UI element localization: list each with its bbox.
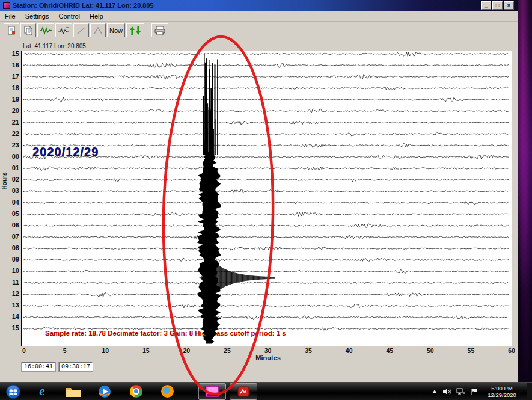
hour-row-label: 10 [4,267,19,274]
network-icon[interactable] [456,388,465,395]
hour-row-label: 03 [4,187,19,194]
internet-explorer-icon: e [39,384,44,399]
taskbar-item-chrome[interactable] [122,383,150,400]
taskbar-item-media-player[interactable] [91,383,118,400]
hour-row-label: 15 [4,324,19,331]
print-button[interactable] [151,23,168,37]
peak-icon [93,26,103,35]
close-button[interactable]: × [504,1,514,10]
taskbar-item-alarm-app[interactable] [230,383,257,400]
minute-tick-label: 30 [261,347,275,354]
minute-tick-label: 50 [423,347,438,354]
green-arrows-icon [129,26,142,35]
windows-start-icon [5,384,21,399]
minute-tick-label: 40 [342,347,356,354]
hour-row-label: 17 [4,73,19,80]
now-button[interactable]: Now [107,23,125,37]
line-tool-button[interactable] [73,23,89,37]
window-duration-box[interactable] [59,362,93,371]
alarm-app-icon [237,386,250,398]
seismogram-plot[interactable]: 2020/12/29 Sample rate: 18.78 Decimate f… [21,51,512,346]
scale-adjust-button[interactable] [55,23,72,37]
hour-row-label: 01 [4,164,19,171]
toolbar: Now [0,22,518,38]
hour-row-label: 08 [4,244,19,251]
minute-tick-label: 15 [139,347,153,354]
taskbar-item-seismograph-app[interactable] [198,383,226,400]
screen: Station: Ohrid/OHRID Lat: 41.117 Lon: 20… [0,0,532,400]
minute-tick-label: 35 [301,347,316,354]
printer-icon [154,26,166,35]
seismogram-traces [22,51,512,346]
window-title: Station: Ohrid/OHRID Lat: 41.117 Lon: 20… [13,2,154,9]
chrome-icon [130,385,142,398]
menu-settings[interactable]: Settings [20,12,54,20]
show-desktop-button[interactable] [527,383,532,400]
minute-tick-label: 20 [179,347,194,354]
action-center-flag-icon[interactable] [470,388,477,395]
diagonal-line-icon [76,26,86,35]
hour-row-label: 20 [4,107,19,114]
media-player-icon [98,385,111,398]
hour-row-label: 12 [4,290,19,297]
hour-row-label: 22 [4,130,19,137]
hour-row-label: 18 [4,84,19,91]
waveform-button[interactable] [37,23,54,37]
hour-row-label: 04 [4,198,19,206]
minute-tick-label: 25 [220,347,234,354]
taskbar-clock[interactable]: 5:00 PM 12/29/2020 [482,385,522,398]
event-log-button[interactable] [4,23,19,37]
pages-icon [23,26,33,35]
minutes-axis-label: Minutes [252,354,284,362]
minute-tick-label: 45 [382,347,397,354]
helicorder-panel: Lat: 41.117 Lon: 20.805 Hours 1516171819… [0,38,518,382]
taskbar: e [0,382,532,400]
seismograph-app-icon [205,386,219,398]
hour-row-label: 23 [4,141,19,149]
window-controls: _ □ × [481,1,514,10]
minute-tick-label: 10 [98,347,112,354]
taskbar-item-file-explorer[interactable] [60,383,87,400]
hour-row-label: 19 [4,96,19,103]
taskbar-item-internet-explorer[interactable]: e [28,383,56,400]
hour-row-label: 07 [4,233,19,240]
hour-row-label: 05 [4,210,19,217]
minute-tick-label: 5 [58,347,72,354]
window-start-time-box[interactable] [22,362,55,371]
menu-control[interactable]: Control [54,12,84,20]
waveform-scale-icon [58,26,70,35]
clock-date: 12/29/2020 [482,392,522,398]
hour-row-label: 15 [4,50,19,57]
minute-tick-label: 55 [463,347,478,354]
titlebar[interactable]: Station: Ohrid/OHRID Lat: 41.117 Lon: 20… [0,0,518,11]
coords-label: Lat: 41.117 Lon: 20.805 [23,43,86,49]
volume-icon[interactable] [442,388,451,395]
hour-row-label: 00 [4,153,19,160]
menu-help[interactable]: Help [85,12,108,20]
clock-time: 5:00 PM [482,385,522,392]
page-icon [7,26,16,35]
hour-row-label: 16 [4,61,19,69]
taskbar-item-firefox[interactable] [153,383,181,400]
app-icon [3,2,10,9]
hour-row-label: 09 [4,256,19,263]
hour-row-label: 13 [4,301,19,309]
hour-row-label: 21 [4,118,19,126]
desktop-wallpaper [517,0,532,382]
firefox-icon [161,385,174,398]
start-button[interactable] [2,383,25,400]
maximize-button[interactable]: □ [492,1,503,10]
minute-tick-label: 60 [504,347,519,354]
tray-chevron-icon[interactable] [432,389,438,394]
hour-row-label: 06 [4,221,19,229]
menubar: File Settings Control Help [0,11,518,22]
hour-row-label: 14 [4,313,19,320]
minute-tick-label: 0 [17,347,31,354]
system-tray: 5:00 PM 12/29/2020 [432,383,532,400]
filter-tool-button[interactable] [90,23,106,37]
hour-row-label: 11 [4,278,19,286]
menu-file[interactable]: File [0,12,20,20]
copy-view-button[interactable] [20,23,36,37]
scroll-up-down-button[interactable] [126,23,144,37]
minimize-button[interactable]: _ [481,1,491,10]
